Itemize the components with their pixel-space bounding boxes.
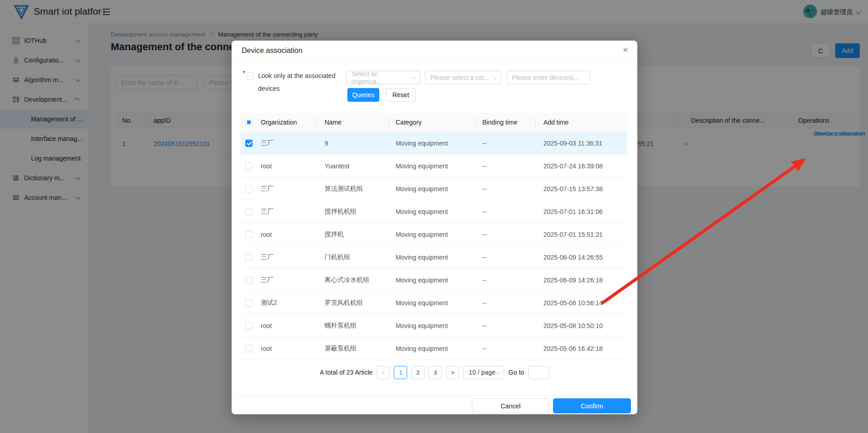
col-category: Category	[396, 119, 422, 126]
cell-name: 门机机组	[325, 253, 350, 261]
cell-name: 搅拌机	[325, 230, 344, 239]
row-checkbox[interactable]	[245, 345, 253, 352]
col-name: Name	[325, 119, 341, 126]
table-row[interactable]: root 搅拌机 Moving equipment -- 2025-07-01 …	[240, 223, 627, 246]
chevron-down-icon	[492, 74, 497, 79]
cell-add-time: 2025-05-06 16:42:18	[543, 345, 603, 352]
cell-category: Moving equipment	[396, 231, 448, 238]
label-line1: Look only at the associated	[258, 69, 345, 82]
cell-name: Yuantest	[325, 162, 350, 170]
table-row[interactable]: root Yuantest Moving equipment -- 2025-0…	[240, 155, 627, 177]
close-icon[interactable]: ×	[623, 44, 628, 55]
row-checkbox[interactable]	[245, 322, 253, 329]
cell-organization: root	[261, 345, 272, 352]
cell-organization: root	[261, 162, 272, 170]
pagination: A total of 23 Article < 1 2 3 > 10 / pag…	[232, 365, 637, 380]
row-checkbox[interactable]	[245, 231, 253, 238]
cell-category: Moving equipment	[396, 254, 448, 261]
goto-page-input[interactable]	[528, 366, 549, 379]
cell-organization: 三厂	[261, 253, 274, 261]
cell-organization: root	[261, 322, 272, 329]
cell-category: Moving equipment	[396, 345, 448, 352]
queries-button[interactable]: Queries	[347, 88, 379, 102]
cell-name: 9	[325, 140, 328, 147]
table-row[interactable]: root 屏蔽泵机组 Moving equipment -- 2025-05-0…	[240, 337, 627, 360]
cell-binding-time: --	[482, 299, 486, 307]
modal-title: Device association	[242, 47, 302, 55]
cell-binding-time: --	[482, 208, 486, 215]
page-size-select[interactable]: 10 / page	[463, 366, 504, 379]
cell-organization: 三厂	[261, 139, 274, 147]
cell-add-time: 2025-07-01 16:31:06	[543, 208, 603, 215]
table-row[interactable]: 三厂 算法测试机组 Moving equipment -- 2025-07-15…	[240, 177, 627, 200]
row-checkbox[interactable]	[245, 185, 253, 193]
cell-binding-time: --	[482, 162, 486, 170]
row-checkbox[interactable]	[245, 208, 253, 215]
cell-add-time: 2025-07-01 15:51:21	[543, 231, 603, 238]
cell-organization: 三厂	[261, 276, 274, 284]
page-button-1[interactable]: 1	[394, 366, 407, 379]
device-table-header: Organization Name Category Binding time …	[240, 113, 627, 132]
row-checkbox[interactable]	[245, 140, 253, 147]
table-row[interactable]: 三厂 门机机组 Moving equipment -- 2025-06-09 1…	[240, 246, 627, 269]
cell-binding-time: --	[482, 140, 486, 147]
cancel-button[interactable]: Cancel	[472, 398, 549, 413]
cell-add-time: 2025-06-09 14:26:55	[543, 254, 603, 261]
table-row[interactable]: root 螺杆泵机组 Moving equipment -- 2025-05-0…	[240, 314, 627, 337]
row-checkbox[interactable]	[245, 162, 253, 170]
goto-label: Go to	[508, 369, 524, 376]
associated-only-checkbox[interactable]	[247, 73, 254, 80]
cell-add-time: 2025-09-03 11:36:31	[543, 140, 602, 147]
cell-category: Moving equipment	[396, 276, 448, 284]
cell-organization: 三厂	[261, 208, 274, 216]
device-table: Organization Name Category Binding time …	[240, 113, 627, 360]
cell-add-time: 2025-05-08 10:56:14	[543, 299, 603, 307]
row-checkbox[interactable]	[245, 276, 253, 284]
device-search-input[interactable]	[506, 71, 590, 84]
cell-name: 罗茨风机机组	[325, 299, 363, 307]
page-size-value: 10 / page	[469, 369, 495, 376]
cell-binding-time: --	[482, 254, 486, 261]
row-checkbox[interactable]	[245, 299, 253, 307]
table-row[interactable]: 三厂 搅拌机机组 Moving equipment -- 2025-07-01 …	[240, 200, 627, 223]
associated-only-label: Look only at the associated devices	[258, 69, 345, 95]
row-checkbox[interactable]	[245, 254, 253, 261]
label-line2: devices	[258, 82, 345, 95]
chevron-down-icon	[412, 74, 417, 79]
table-row[interactable]: 三厂 9 Moving equipment -- 2025-09-03 11:3…	[240, 132, 627, 155]
table-row[interactable]: 测试2 罗茨风机机组 Moving equipment -- 2025-05-0…	[240, 292, 627, 314]
next-page-button[interactable]: >	[446, 366, 459, 379]
cell-binding-time: --	[482, 322, 486, 329]
organization-select-placeholder: Select an organiza...	[351, 70, 409, 85]
cell-category: Moving equipment	[396, 322, 448, 329]
cell-organization: 三厂	[261, 185, 274, 193]
plus-mark: +	[243, 69, 246, 75]
cell-add-time: 2025-05-08 10:50:10	[543, 322, 603, 329]
cell-name: 屏蔽泵机组	[325, 344, 356, 353]
confirm-button[interactable]: Confirm	[553, 398, 631, 413]
reset-button[interactable]: Reset	[386, 88, 416, 102]
select-all-checkbox[interactable]	[245, 119, 253, 126]
prev-page-button[interactable]: <	[377, 366, 390, 379]
cell-organization: 测试2	[261, 299, 277, 307]
table-row[interactable]: 三厂 离心式冷水机组 Moving equipment -- 2025-06-0…	[240, 269, 627, 292]
chevron-down-icon	[496, 369, 501, 374]
cell-name: 离心式冷水机组	[325, 276, 369, 284]
cell-name: 螺杆泵机组	[325, 322, 356, 330]
cell-name: 搅拌机机组	[325, 208, 356, 216]
category-select-placeholder: Please select a cat...	[430, 74, 489, 81]
cell-category: Moving equipment	[396, 162, 448, 170]
cell-category: Moving equipment	[396, 208, 448, 215]
page-button-2[interactable]: 2	[411, 366, 424, 379]
cell-add-time: 2025-07-24 16:39:08	[543, 162, 603, 170]
col-add-time: Add time	[543, 119, 568, 126]
cell-add-time: 2025-07-15 13:57:38	[543, 185, 603, 193]
pagination-total: A total of 23 Article	[320, 369, 372, 376]
cell-binding-time: --	[482, 345, 486, 352]
cell-binding-time: --	[482, 185, 486, 193]
category-select[interactable]: Please select a cat...	[425, 71, 501, 84]
organization-select[interactable]: Select an organiza...	[346, 71, 420, 84]
page-button-3[interactable]: 3	[429, 366, 442, 379]
device-association-modal: Device association × + Look only at the …	[232, 41, 637, 414]
cell-category: Moving equipment	[396, 140, 448, 147]
